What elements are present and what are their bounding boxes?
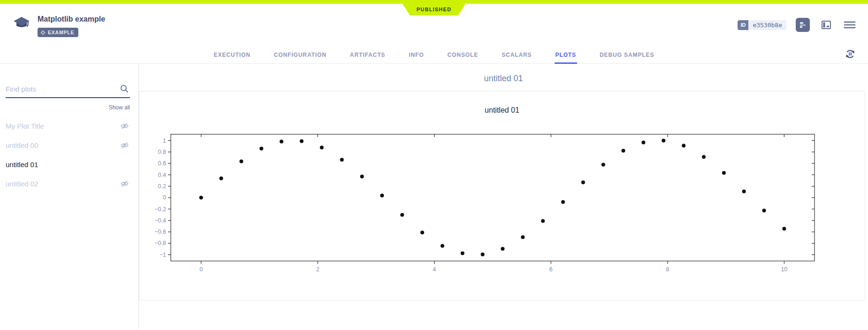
experiment-id-chip[interactable]: ID e3530b8e xyxy=(738,20,786,30)
scatter-point xyxy=(762,209,766,213)
plot-list-item[interactable]: untitled 01 xyxy=(6,155,130,174)
scatter-point xyxy=(541,219,545,223)
x-tick-label: 6 xyxy=(549,266,553,273)
details-toggle-button[interactable] xyxy=(796,18,810,32)
scatter-point xyxy=(622,149,625,153)
plots-sidebar: Show all My Plot Titleuntitled 00untitle… xyxy=(0,64,139,330)
y-tick-label: −0.4 xyxy=(154,217,166,224)
x-tick-label: 0 xyxy=(199,266,203,273)
details-icon xyxy=(799,21,807,29)
example-badge-label: EXAMPLE xyxy=(48,30,74,35)
plot-item-label: untitled 01 xyxy=(6,161,38,169)
tab-info[interactable]: INFO xyxy=(408,47,425,64)
y-tick-label: 1 xyxy=(163,138,166,144)
y-tick-label: −0.2 xyxy=(154,206,166,213)
plot-card: untitled 01 024681010.80.60.40.20−0.2−0.… xyxy=(139,91,865,300)
auto-refresh-button[interactable] xyxy=(844,47,857,61)
scatter-point xyxy=(581,180,585,184)
search-icon xyxy=(120,84,129,95)
plot-list-item[interactable]: untitled 00 xyxy=(6,136,130,155)
scatter-point xyxy=(702,155,706,159)
axis-frame xyxy=(171,134,815,261)
scatter-point xyxy=(320,146,324,149)
tab-scalars[interactable]: SCALARS xyxy=(501,47,533,64)
scatter-plot[interactable]: 024681010.80.60.40.20−0.2−0.4−0.6−0.8−1 xyxy=(139,118,843,274)
scatter-point xyxy=(521,235,525,239)
menu-button[interactable] xyxy=(843,18,857,32)
scatter-point xyxy=(662,139,665,143)
id-label: ID xyxy=(738,20,748,30)
scatter-point xyxy=(641,141,645,145)
eye-off-icon[interactable] xyxy=(120,141,129,150)
scatter-point xyxy=(481,253,485,256)
scatter-point xyxy=(682,144,685,147)
plot-list: My Plot Titleuntitled 00untitled 01untit… xyxy=(6,116,130,193)
plot-item-label: My Plot Title xyxy=(6,122,44,130)
info-panel-button[interactable] xyxy=(819,18,833,32)
scatter-point xyxy=(380,193,384,197)
x-tick-label: 10 xyxy=(781,266,787,273)
y-tick-label: 0.6 xyxy=(158,160,166,167)
y-tick-label: −1 xyxy=(160,252,166,258)
tab-execution[interactable]: EXECUTION xyxy=(213,47,251,64)
eye-off-icon[interactable] xyxy=(120,122,129,130)
scatter-point xyxy=(199,196,203,200)
scatter-point xyxy=(742,190,746,193)
app-logo-icon xyxy=(12,14,31,33)
find-plots-input[interactable] xyxy=(6,83,130,98)
tab-artifacts[interactable]: ARTIFACTS xyxy=(349,47,386,64)
scatter-point xyxy=(501,247,504,251)
scatter-point xyxy=(340,158,344,161)
panel-chart-icon xyxy=(821,19,832,31)
y-tick-label: −0.6 xyxy=(154,229,166,235)
system-tag-icon xyxy=(40,30,46,35)
status-bar xyxy=(0,0,868,4)
scatter-point xyxy=(461,251,464,255)
tab-console[interactable]: CONSOLE xyxy=(447,47,480,64)
refresh-pause-icon xyxy=(844,48,856,60)
scatter-point xyxy=(420,230,424,234)
scatter-point xyxy=(239,160,243,163)
plot-group-title: untitled 01 xyxy=(139,74,868,84)
scatter-point xyxy=(360,175,364,178)
show-all-link[interactable]: Show all xyxy=(6,104,130,111)
plot-list-item[interactable]: untitled 02 xyxy=(6,174,130,193)
tab-bar: EXECUTIONCONFIGURATIONARTIFACTSINFOCONSO… xyxy=(0,47,868,64)
x-tick-label: 8 xyxy=(666,266,669,273)
y-tick-label: 0.8 xyxy=(158,149,166,155)
scatter-point xyxy=(300,139,304,143)
x-tick-label: 2 xyxy=(316,266,320,273)
plot-title: untitled 01 xyxy=(139,106,865,115)
y-tick-label: 0.4 xyxy=(158,172,166,178)
plot-list-item[interactable]: My Plot Title xyxy=(6,116,130,136)
y-tick-label: 0 xyxy=(163,194,166,201)
scatter-point xyxy=(280,140,283,144)
scatter-point xyxy=(441,244,444,248)
scatter-point xyxy=(400,213,404,217)
plot-item-label: untitled 02 xyxy=(6,180,38,188)
y-tick-label: 0.2 xyxy=(158,183,166,190)
scatter-point xyxy=(259,146,263,150)
scatter-point xyxy=(722,171,726,175)
page-title: Matplotlib example xyxy=(38,15,105,23)
scatter-point xyxy=(219,177,223,180)
tab-debug-samples[interactable]: DEBUG SAMPLES xyxy=(599,47,655,64)
hamburger-icon xyxy=(844,20,856,30)
y-tick-label: −0.8 xyxy=(154,240,166,246)
status-badge: PUBLISHED xyxy=(403,4,465,15)
plot-item-label: untitled 00 xyxy=(6,141,38,149)
eye-off-icon[interactable] xyxy=(120,179,129,188)
x-tick-label: 4 xyxy=(433,266,436,273)
tab-configuration[interactable]: CONFIGURATION xyxy=(273,47,327,64)
scatter-point xyxy=(602,163,605,167)
tab-plots[interactable]: PLOTS xyxy=(555,47,578,64)
id-value: e3530b8e xyxy=(748,20,786,30)
example-badge: EXAMPLE xyxy=(38,28,78,37)
main-panel: untitled 01 untitled 01 024681010.80.60.… xyxy=(139,64,868,330)
scatter-point xyxy=(561,200,565,204)
scatter-point xyxy=(782,227,786,230)
